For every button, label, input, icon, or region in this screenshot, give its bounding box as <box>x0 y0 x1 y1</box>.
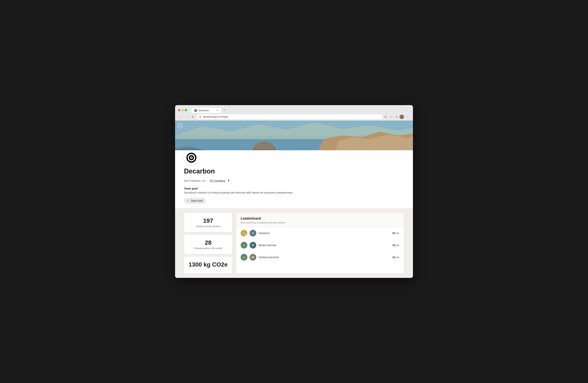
address-bar-row: ← → ↻ 🔒 decarbonapp.com/web/ ⧉ ☆ ⧈ ⋮ <box>175 113 413 121</box>
external-link-button[interactable]: ⧉ <box>384 114 388 119</box>
user-name-3: Zachary Karrasch <box>258 256 390 259</box>
stat-card-all-time: 197 Climate actions all-time <box>184 213 232 232</box>
security-icon: 🔒 <box>199 116 201 118</box>
stat-label-month: Climate actions this month <box>189 247 228 250</box>
user-points-2: 16 pts <box>392 244 399 247</box>
org-location: San Francisco, CA <box>184 179 206 182</box>
extensions-button[interactable]: ⧈ <box>395 114 399 119</box>
back-page-button[interactable]: ← <box>177 123 183 129</box>
browser-menu-button[interactable]: ⋮ <box>405 115 410 119</box>
check-icon: ✓ <box>187 199 189 202</box>
tab-bar: Decarbon ✕ + <box>191 107 227 113</box>
svg-point-2 <box>195 110 196 111</box>
refresh-button[interactable]: ↻ <box>191 115 195 119</box>
browser-chrome: Decarbon ✕ + ⌄ ← → ↻ 🔒 decarbonapp.com/w… <box>175 105 413 121</box>
org-logo <box>184 150 199 165</box>
tab-close-button[interactable]: ✕ <box>216 109 218 112</box>
leaderboard-card: Leaderboard Earn points by completing cl… <box>236 213 404 273</box>
url-text: decarbonapp.com/web/ <box>203 115 228 118</box>
address-bar[interactable]: 🔒 decarbonapp.com/web/ <box>197 114 382 119</box>
stat-label-all-time: Climate actions all-time <box>189 225 228 228</box>
back-button[interactable]: ← <box>178 115 183 119</box>
stat-number-month: 28 <box>189 239 228 246</box>
user-avatar-1: S <box>250 230 256 237</box>
team-goal-label: Team goal <box>184 187 404 190</box>
traffic-lights <box>178 109 187 111</box>
close-window-button[interactable] <box>178 109 180 111</box>
minimize-window-button[interactable] <box>181 109 184 111</box>
stat-number-all-time: 197 <box>189 217 228 224</box>
svg-point-15 <box>191 157 192 158</box>
new-tab-button[interactable]: + <box>221 107 227 113</box>
pts-label-2: pts <box>396 244 399 247</box>
pts-label-3: pts <box>396 256 399 259</box>
org-logo-icon <box>186 152 197 163</box>
leaderboard-item-2[interactable]: 2 D danlyn.brennan 16 pts <box>236 239 404 251</box>
user-points-3: 16 pts <box>392 256 399 259</box>
toolbar-right: ⧉ ☆ ⧈ ⋮ <box>384 114 410 119</box>
main-content: 197 Climate actions all-time 28 Climate … <box>175 208 413 278</box>
stat-card-month: 28 Climate actions this month <box>184 235 232 254</box>
rank-badge-3: 3 <box>241 254 247 261</box>
leaderboard-item-3[interactable]: 3 ZK Zachary Karrasch 16 pts <box>236 251 404 263</box>
browser-window: Decarbon ✕ + ⌄ ← → ↻ 🔒 decarbonapp.com/w… <box>175 105 413 278</box>
tab-title: Decarbon <box>198 109 209 112</box>
leaderboard-item-1[interactable]: 1 S Someone 25 pts <box>236 227 404 239</box>
user-name-1: Someone <box>258 232 390 235</box>
rank-badge-1: 1 <box>241 230 247 237</box>
stat-number-co2: 1300 kg CO2e <box>189 261 228 268</box>
user-name-2: danlyn.brennan <box>258 244 390 247</box>
maximize-window-button[interactable] <box>185 109 187 111</box>
rank-badge-2: 2 <box>241 242 247 248</box>
team-goal-text: Decarbon's mission is to bring humanity … <box>184 191 404 194</box>
share-button[interactable]: ⬆ <box>227 178 231 183</box>
page-content: ← Decarbon San Francisco, CA · 757 membe… <box>175 121 413 278</box>
org-name: Decarbon <box>184 167 404 175</box>
user-points-1: 25 pts <box>392 232 399 235</box>
team-lead-badge[interactable]: ✓ Team lead <box>184 198 206 204</box>
leaderboard-subtitle: Earn points by completing climate action… <box>241 221 399 224</box>
profile-section: Decarbon San Francisco, CA · 757 members… <box>175 150 413 208</box>
tab-right-area: ⌄ <box>405 108 410 112</box>
members-link[interactable]: 757 members <box>210 179 225 182</box>
bookmark-button[interactable]: ☆ <box>389 115 393 119</box>
stats-column: 197 Climate actions all-time 28 Climate … <box>184 213 232 273</box>
user-avatar-3: ZK <box>250 254 256 261</box>
stat-card-co2: 1300 kg CO2e <box>184 257 232 273</box>
tab-dropdown-button[interactable]: ⌄ <box>405 108 408 112</box>
team-lead-label: Team lead <box>191 199 203 202</box>
tab-favicon <box>194 109 197 112</box>
leaderboard-header: Leaderboard Earn points by completing cl… <box>236 213 404 227</box>
browser-profile-avatar[interactable] <box>399 115 404 119</box>
leaderboard-list: 1 S Someone 25 pts 2 <box>236 227 404 263</box>
pts-label-1: pts <box>396 232 399 235</box>
org-meta: San Francisco, CA · 757 members ⬆ <box>184 178 404 183</box>
title-bar: Decarbon ✕ + ⌄ <box>175 105 413 113</box>
leaderboard-title: Leaderboard <box>241 217 399 221</box>
active-tab[interactable]: Decarbon ✕ <box>191 108 221 113</box>
forward-button[interactable]: → <box>184 115 189 119</box>
meta-separator: · <box>207 179 208 182</box>
user-avatar-2: D <box>250 242 256 248</box>
